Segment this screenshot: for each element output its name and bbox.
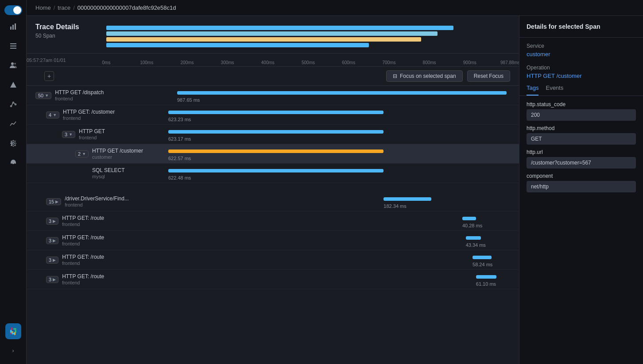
span-label-driver: 15 ▶ /driver.DriverService/Find... front… <box>46 195 168 208</box>
span-row-sql[interactable]: SQL SELECT mysql 622.48 ms <box>27 164 519 183</box>
span-name-route-2: HTTP GET: /route <box>62 234 104 241</box>
details-service-section: Service customer <box>519 38 643 59</box>
sidebar-icon-rocket[interactable] <box>5 155 21 171</box>
svg-rect-4 <box>10 46 16 46</box>
svg-point-7 <box>14 63 16 65</box>
trace-timestamp: 05:57:27am 01/01 <box>27 57 66 63</box>
ruler-800ms: 800ms <box>423 60 436 65</box>
content-area: Trace Details 50 Span 05:57:27am 01/01 0… <box>27 16 643 364</box>
sidebar-icon-users[interactable] <box>5 57 21 73</box>
sidebar-icon-list[interactable] <box>5 38 21 54</box>
trace-panel: Trace Details 50 Span 05:57:27am 01/01 0… <box>27 16 519 364</box>
sidebar-expand-arrow[interactable]: › <box>5 343 21 359</box>
span-badge-3d[interactable]: 3 ▶ <box>46 257 58 264</box>
span-name-block-dispatch: HTTP GET /dispatch frontend <box>55 89 104 102</box>
span-duration-customer-1: 623.23 ms <box>168 117 191 122</box>
span-duration-driver: 182.34 ms <box>383 203 406 209</box>
trace-mini-chart <box>106 23 510 50</box>
span-service-route-4: frontend <box>62 280 104 285</box>
span-name-customer-sel: HTTP GET /customer <box>92 148 143 155</box>
sidebar-icon-trend[interactable] <box>5 116 21 132</box>
span-row-route-4[interactable]: 3 ▶ HTTP GET: /route frontend 61.10 ms <box>27 270 519 289</box>
span-badge-50[interactable]: 50 ▼ <box>35 92 51 99</box>
breadcrumb-trace[interactable]: trace <box>58 4 70 11</box>
details-operation-label: Operation <box>527 65 636 71</box>
span-name-block-route-2: HTTP GET: /route frontend <box>62 234 104 247</box>
details-operation-section: Operation HTTP GET /customer <box>519 59 643 81</box>
span-count-3b: 3 <box>49 218 51 224</box>
span-badge-3c[interactable]: 3 ▶ <box>46 237 58 244</box>
span-row-httpget[interactable]: 3 ▼ HTTP GET frontend 623.17 ms <box>27 125 519 144</box>
tab-tags[interactable]: Tags <box>527 84 538 96</box>
sidebar-icon-barchart[interactable] <box>5 19 21 34</box>
span-duration-route-3: 58.24 ms <box>473 262 492 267</box>
span-service-sql: mysql <box>92 174 125 179</box>
ruler-300ms: 300ms <box>221 60 234 65</box>
ruler-900ms: 900ms <box>463 60 476 65</box>
tag-value-method: GET <box>527 133 636 145</box>
breadcrumb-home[interactable]: Home <box>35 4 51 11</box>
ruler-400ms: 400ms <box>261 60 275 65</box>
details-service-value[interactable]: customer <box>527 51 636 57</box>
span-row-driver[interactable]: 15 ▶ /driver.DriverService/Find... front… <box>27 192 519 211</box>
span-timeline-driver: 182.34 ms <box>168 192 510 211</box>
span-row-route-2[interactable]: 3 ▶ HTTP GET: /route frontend 43.34 ms <box>27 231 519 250</box>
span-bar-sql <box>168 169 383 172</box>
sidebar-bottom: › <box>5 323 21 359</box>
span-timeline-customer-sel: 622.57 ms <box>168 144 510 164</box>
spans-container[interactable]: 50 ▼ HTTP GET /dispatch frontend 987.65 … <box>27 86 519 364</box>
span-label-customer-1: 4 ▼ HTTP GET: /customer frontend <box>46 109 168 121</box>
span-row-route-1[interactable]: 3 ▶ HTTP GET: /route frontend 40.28 ms <box>27 211 519 231</box>
span-service-route-2: frontend <box>62 241 104 246</box>
mini-bar-3 <box>106 37 421 42</box>
toggle-switch[interactable] <box>4 5 22 15</box>
span-row-customer-selected[interactable]: 2 ▼ HTTP GET /customer customer 622.57 m… <box>27 144 519 164</box>
span-label-dispatch: 50 ▼ HTTP GET /dispatch frontend <box>35 89 177 102</box>
span-label-sql: SQL SELECT mysql <box>75 167 168 180</box>
span-count-3c: 3 <box>49 238 51 243</box>
details-operation-value[interactable]: HTTP GET /customer <box>527 73 636 79</box>
span-chevron-right-8: ▶ <box>53 258 56 262</box>
span-badge-3a[interactable]: 3 ▼ <box>62 131 75 138</box>
sidebar-icon-graph[interactable] <box>5 96 21 112</box>
span-name-block-customer-1: HTTP GET: /customer frontend <box>63 109 115 121</box>
span-duration-dispatch: 987.65 ms <box>177 97 200 103</box>
sidebar-icon-alert[interactable] <box>5 77 21 93</box>
span-row-customer-1[interactable]: 4 ▼ HTTP GET: /customer frontend 623.23 … <box>27 105 519 125</box>
span-service-driver: frontend <box>65 202 129 207</box>
ruler-600ms: 600ms <box>342 60 355 65</box>
span-badge-4[interactable]: 4 ▼ <box>46 111 59 119</box>
tab-events[interactable]: Events <box>546 84 563 96</box>
span-name-block-sql: SQL SELECT mysql <box>92 167 125 180</box>
span-name-block-route-3: HTTP GET: /route frontend <box>62 254 104 266</box>
ruler-500ms: 500ms <box>302 60 315 65</box>
span-badge-3e[interactable]: 3 ▶ <box>46 276 58 283</box>
span-chevron-down-1: ▼ <box>53 113 57 117</box>
sidebar-icon-settings[interactable] <box>5 135 21 151</box>
focus-selected-span-button[interactable]: ⊟ Focus on selected span <box>386 70 463 82</box>
span-bar-route-4 <box>476 275 496 279</box>
timeline-ruler: 05:57:27am 01/01 0ms 100ms 200ms 300ms 4… <box>27 54 519 67</box>
span-name-route-3: HTTP GET: /route <box>62 254 104 261</box>
slack-icon[interactable] <box>5 323 21 339</box>
span-label-route-4: 3 ▶ HTTP GET: /route frontend <box>46 273 168 286</box>
span-name-sql: SQL SELECT <box>92 167 125 174</box>
svg-rect-3 <box>10 43 16 44</box>
ruler-0ms: 0ms <box>102 60 111 65</box>
ruler-987ms: 987.88ms <box>500 60 519 65</box>
span-service-dispatch: frontend <box>55 96 104 101</box>
add-span-button[interactable]: + <box>44 71 54 81</box>
trace-span-count: 50 Span <box>35 33 97 39</box>
span-row-route-3[interactable]: 3 ▶ HTTP GET: /route frontend 58.24 ms <box>27 250 519 270</box>
reset-focus-button[interactable]: Reset Focus <box>467 70 510 82</box>
span-badge-3b[interactable]: 3 ▶ <box>46 218 58 225</box>
span-count-15: 15 <box>49 199 54 204</box>
span-badge-2[interactable]: 2 ▼ <box>75 150 89 157</box>
sidebar: › <box>0 0 27 364</box>
span-row-dispatch[interactable]: 50 ▼ HTTP GET /dispatch frontend 987.65 … <box>27 86 519 105</box>
details-panel: Details for selected Span Service custom… <box>519 16 643 364</box>
span-chevron-right-6: ▶ <box>53 219 56 223</box>
svg-rect-8 <box>13 84 13 86</box>
span-badge-15[interactable]: 15 ▶ <box>46 198 61 205</box>
span-name-dispatch: HTTP GET /dispatch <box>55 89 104 96</box>
